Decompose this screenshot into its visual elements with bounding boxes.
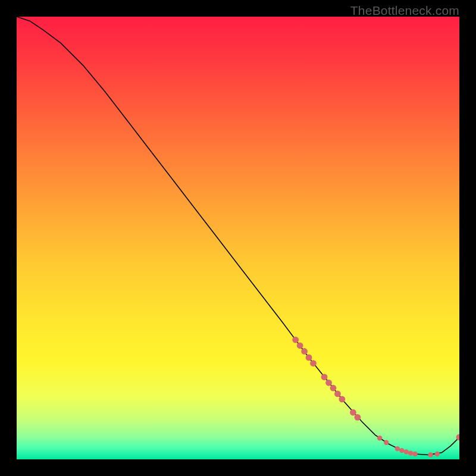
data-point xyxy=(297,342,303,349)
data-point xyxy=(354,414,361,421)
watermark-text: TheBottleneck.com xyxy=(350,4,459,18)
data-point xyxy=(408,450,413,455)
chart-container: TheBottleneck.com xyxy=(0,0,476,476)
data-point xyxy=(435,452,440,456)
data-point xyxy=(325,380,332,386)
data-point xyxy=(292,337,299,343)
data-point xyxy=(334,390,341,397)
data-point xyxy=(321,374,328,380)
plot-area xyxy=(17,17,459,459)
data-point xyxy=(384,440,389,445)
data-point xyxy=(404,449,409,454)
data-point xyxy=(306,354,312,361)
data-point xyxy=(399,448,404,453)
data-point xyxy=(310,360,317,367)
data-point xyxy=(301,348,308,355)
gradient-background xyxy=(17,17,459,459)
data-point xyxy=(350,409,356,416)
data-point xyxy=(412,452,417,456)
chart-svg xyxy=(17,17,459,459)
data-point xyxy=(377,436,382,440)
data-point xyxy=(395,446,400,451)
data-point xyxy=(339,396,345,402)
data-point xyxy=(330,385,337,392)
data-point xyxy=(428,452,433,457)
